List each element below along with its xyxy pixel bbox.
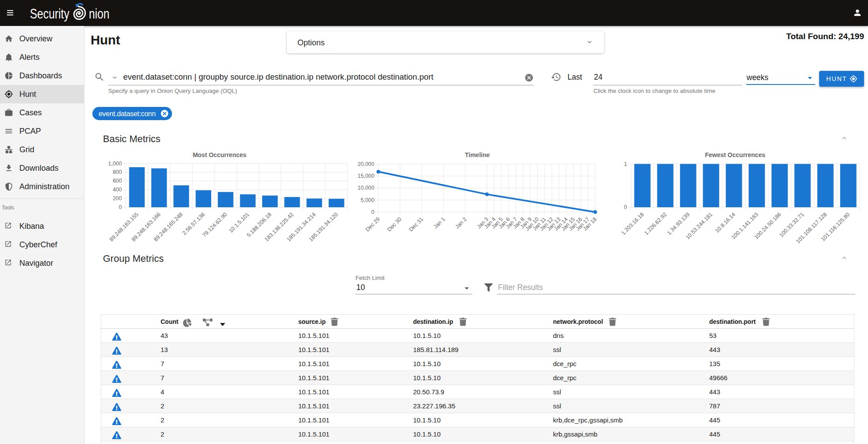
svg-text:1.34.93.139: 1.34.93.139 xyxy=(666,211,691,236)
svg-text:Dec 30: Dec 30 xyxy=(386,216,403,233)
svg-text:10.1.5.101: 10.1.5.101 xyxy=(228,211,251,234)
svg-text:0: 0 xyxy=(624,204,627,210)
svg-text:800: 800 xyxy=(113,169,122,175)
svg-text:10,000: 10,000 xyxy=(358,185,374,191)
svg-text:400: 400 xyxy=(113,187,122,193)
svg-text:Dec 29: Dec 29 xyxy=(364,216,381,233)
svg-text:15,000: 15,000 xyxy=(358,173,374,179)
svg-text:200: 200 xyxy=(113,195,122,202)
svg-text:Fewest Occurrences: Fewest Occurrences xyxy=(705,151,765,158)
svg-text:10.8.16.14: 10.8.16.14 xyxy=(714,211,737,234)
svg-text:20,000: 20,000 xyxy=(358,161,374,167)
svg-text:Most Occurrences: Most Occurrences xyxy=(193,151,246,158)
svg-text:0: 0 xyxy=(371,209,374,215)
svg-text:0: 0 xyxy=(119,204,122,210)
svg-text:Jan 1: Jan 1 xyxy=(432,216,447,230)
svg-text:1: 1 xyxy=(624,161,627,167)
svg-text:5,000: 5,000 xyxy=(361,197,374,203)
svg-text:Timeline: Timeline xyxy=(465,151,490,158)
svg-text:1.203.16.18: 1.203.16.18 xyxy=(620,211,645,236)
svg-text:Dec 31: Dec 31 xyxy=(408,216,425,233)
svg-text:600: 600 xyxy=(113,178,122,184)
svg-text:1,000: 1,000 xyxy=(108,161,122,167)
svg-text:Jan 2: Jan 2 xyxy=(454,216,468,230)
svg-text:1.226.62.92: 1.226.62.92 xyxy=(643,211,668,236)
